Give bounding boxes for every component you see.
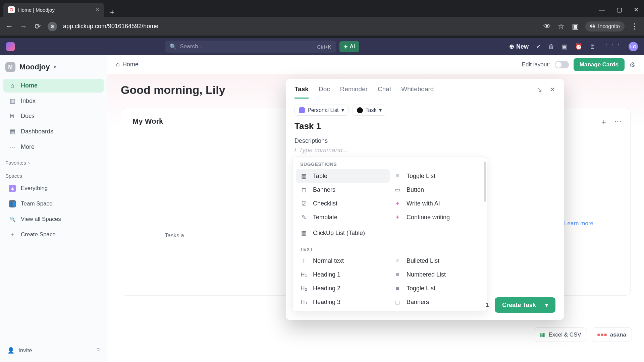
description-input[interactable]: / Type command... xyxy=(294,146,555,154)
modal-tab-task[interactable]: Task xyxy=(294,85,309,99)
placeholder-text: Type command... xyxy=(299,146,347,154)
asana-icon xyxy=(597,334,607,336)
opt-h1[interactable]: H₁Heading 1 xyxy=(296,268,390,282)
opt-button[interactable]: ▭Button xyxy=(390,183,483,197)
forward-icon[interactable]: → xyxy=(19,22,28,31)
opt-h2[interactable]: H₂Heading 2 xyxy=(296,282,390,295)
close-icon[interactable]: ✕ xyxy=(550,85,555,99)
create-task-button[interactable]: Create Task ▾ xyxy=(495,297,555,313)
task-name-input[interactable]: Task 1 xyxy=(294,121,555,131)
ellipsis-icon: ⋯ xyxy=(9,143,16,150)
sidebar-item-inbox[interactable]: ▥Inbox xyxy=(3,94,104,108)
modal-tab-whiteboard[interactable]: Whiteboard xyxy=(401,85,434,99)
type-chip[interactable]: Task▾ xyxy=(353,105,386,116)
opt-banners-2[interactable]: ◻Banners xyxy=(390,295,483,309)
incognito-chip[interactable]: 🕶 Incognito xyxy=(585,21,625,32)
sidebar-item-dashboards[interactable]: ▦Dashboards xyxy=(3,124,104,138)
ai-label: AI xyxy=(350,44,355,50)
edit-layout-toggle[interactable] xyxy=(555,61,569,68)
tray-icon: ▥ xyxy=(9,97,16,105)
chevron-down-icon[interactable]: ▾ xyxy=(541,301,548,309)
favorites-header[interactable]: Favorites› xyxy=(0,155,107,168)
kebab-icon[interactable]: ⋮ xyxy=(631,22,639,31)
minimize-icon[interactable]: ↘ xyxy=(537,85,542,99)
spaces-label: Spaces xyxy=(5,173,22,179)
opt-h3[interactable]: H₃Heading 3 xyxy=(296,295,390,309)
opt-checklist[interactable]: ☑Checklist xyxy=(296,197,390,210)
help-icon[interactable]: ? xyxy=(97,347,100,354)
browser-tab[interactable]: Home | Moodjoy × xyxy=(3,3,104,17)
breadcrumb-home[interactable]: ⌂Home xyxy=(116,61,139,68)
spreadsheet-icon: ▦ xyxy=(540,331,545,338)
eye-off-icon[interactable]: 👁 xyxy=(543,22,551,31)
opt-label: Toggle List xyxy=(407,285,435,292)
video-icon[interactable]: ▣ xyxy=(562,43,568,50)
opt-bulleted-list[interactable]: ≡Bulleted List xyxy=(390,254,483,268)
invite-button[interactable]: 👤Invite xyxy=(7,347,32,354)
back-icon[interactable]: ← xyxy=(5,22,13,31)
pill-label: Excel & CSV xyxy=(548,331,581,338)
opt-normal-text[interactable]: TNormal text xyxy=(296,254,390,268)
gear-icon[interactable]: ⚙ xyxy=(629,61,635,69)
sparkle-icon: ✦ xyxy=(343,44,348,50)
learn-more-link[interactable]: Learn more xyxy=(564,220,593,227)
window-close-icon[interactable]: ✕ xyxy=(634,6,639,13)
note-icon[interactable]: 🗎 xyxy=(590,43,596,50)
app-logo-icon[interactable] xyxy=(6,42,15,51)
asana-pill[interactable]: asana xyxy=(592,327,632,342)
opt-numbered-list[interactable]: ≡Numbered List xyxy=(390,268,483,282)
opt-label: Numbered List xyxy=(407,271,446,278)
bookmark-icon[interactable]: ☆ xyxy=(557,22,565,31)
space-create[interactable]: ＋Create Space xyxy=(3,228,104,242)
user-avatar[interactable]: LG xyxy=(629,42,638,51)
site-settings-icon[interactable]: ⚙ xyxy=(48,22,57,31)
address-bar[interactable]: app.clickup.com/9016164592/home xyxy=(63,23,158,30)
tab-close-icon[interactable]: × xyxy=(96,6,99,13)
excel-csv-pill[interactable]: ▦Excel & CSV xyxy=(534,327,587,342)
window-maximize-icon[interactable]: ▢ xyxy=(616,6,622,13)
opt-banners[interactable]: ◻Banners xyxy=(296,183,390,197)
workspace-switcher[interactable]: M Moodjoy ▾ xyxy=(0,60,107,78)
list-chip[interactable]: Personal List▾ xyxy=(294,105,348,116)
new-button[interactable]: ⊕New xyxy=(509,43,529,50)
manage-cards-button[interactable]: Manage Cards xyxy=(574,58,625,71)
chip-label: Task xyxy=(366,107,377,113)
new-label: New xyxy=(516,43,529,50)
modal-tab-doc[interactable]: Doc xyxy=(319,85,330,99)
opt-toggle-list[interactable]: ≡Toggle List xyxy=(390,169,483,183)
space-viewall[interactable]: 🔍View all Spaces xyxy=(3,212,104,226)
window-minimize-icon[interactable]: — xyxy=(599,6,605,13)
check-circle-icon[interactable]: ✔ xyxy=(536,43,541,50)
sidebar-item-docs[interactable]: 🗎Docs xyxy=(3,109,104,123)
opt-clickup-list[interactable]: ▦ClickUp List (Table) xyxy=(296,226,483,240)
sidebar-item-home[interactable]: ⌂Home xyxy=(3,79,104,93)
opt-label: Continue writing xyxy=(407,214,450,221)
opt-toggle-list-2[interactable]: ≡Toggle List xyxy=(390,282,483,295)
space-team[interactable]: 👥Team Space xyxy=(3,197,104,211)
main-area: ⌂Home Edit layout: Manage Cards ⚙ Good m… xyxy=(107,55,644,362)
new-tab-button[interactable]: + xyxy=(104,8,120,17)
ellipsis-icon[interactable]: ⋯ xyxy=(614,117,622,127)
spaces-header[interactable]: Spaces xyxy=(0,168,107,181)
apps-grid-icon[interactable]: ⋮⋮⋮ xyxy=(603,43,621,50)
plus-icon[interactable]: ＋ xyxy=(600,117,607,127)
create-task-label: Create Task xyxy=(502,302,536,309)
trash-icon[interactable]: 🗑 xyxy=(548,43,554,50)
opt-label: Normal text xyxy=(313,257,344,264)
modal-tab-reminder[interactable]: Reminder xyxy=(340,85,368,99)
scrollbar[interactable] xyxy=(484,162,486,202)
layers-icon: ◈ xyxy=(9,185,16,192)
alarm-icon[interactable]: ⏰ xyxy=(575,43,582,50)
space-everything[interactable]: ◈Everything xyxy=(3,181,104,195)
ai-button[interactable]: ✦ AI xyxy=(339,41,359,52)
opt-write-ai[interactable]: ✦Write with AI xyxy=(390,197,483,210)
panel-icon[interactable]: ▣ xyxy=(571,22,579,31)
h2-icon: H₂ xyxy=(300,285,308,292)
reload-icon[interactable]: ⟳ xyxy=(34,22,42,31)
sidebar-item-more[interactable]: ⋯More xyxy=(3,140,104,154)
opt-continue-writing[interactable]: ✦Continue writing xyxy=(390,210,483,224)
modal-tab-chat[interactable]: Chat xyxy=(378,85,391,99)
opt-template[interactable]: ✎Template xyxy=(296,210,390,224)
global-search[interactable]: 🔍 Search... Ctrl+K xyxy=(165,41,336,53)
opt-table[interactable]: ▦Table xyxy=(296,169,390,183)
